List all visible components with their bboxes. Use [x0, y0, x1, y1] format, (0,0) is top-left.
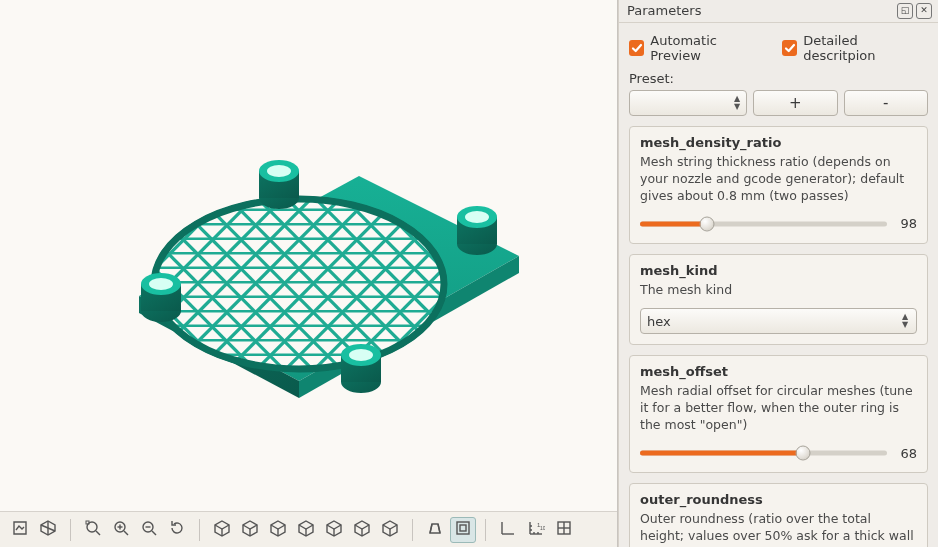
- param-value: 68: [895, 446, 917, 461]
- perspective-button[interactable]: [422, 517, 448, 543]
- preview-icon: [11, 519, 29, 540]
- view-right-icon: [213, 519, 231, 540]
- render-button[interactable]: [35, 517, 61, 543]
- panel-float-button[interactable]: ◱: [897, 3, 913, 19]
- param-slider-mesh_density_ratio[interactable]: [640, 215, 887, 233]
- checkbox-label: Detailed descritpion: [803, 33, 928, 63]
- preview-button[interactable]: [7, 517, 33, 543]
- param-name: mesh_density_ratio: [640, 135, 917, 150]
- view-right-button[interactable]: [209, 517, 235, 543]
- param-description: The mesh kind: [640, 282, 917, 299]
- svg-line-70: [152, 531, 156, 535]
- view-back-icon: [353, 519, 371, 540]
- param-value: 98: [895, 216, 917, 231]
- view-diag-icon: [381, 519, 399, 540]
- view-bottom-button[interactable]: [265, 517, 291, 543]
- svg-line-88: [438, 524, 440, 533]
- scalemarkers-icon: 110: [527, 519, 545, 540]
- panel-title: Parameters: [627, 3, 701, 18]
- orthogonal-button[interactable]: [450, 517, 476, 543]
- scalemarkers-button[interactable]: 110: [523, 517, 549, 543]
- param-name: mesh_offset: [640, 364, 917, 379]
- svg-point-45: [267, 165, 291, 177]
- param-mesh_density_ratio: mesh_density_ratioMesh string thickness …: [629, 126, 928, 244]
- view-back-button[interactable]: [349, 517, 375, 543]
- preset-remove-button[interactable]: -: [844, 90, 929, 116]
- checkbox-detailed-desc[interactable]: Detailed descritpion: [782, 33, 928, 63]
- axes-button[interactable]: [495, 517, 521, 543]
- updown-icon: ▲▼: [731, 93, 743, 113]
- check-icon: [782, 40, 797, 56]
- zoom-out-button[interactable]: [136, 517, 162, 543]
- view-bottom-icon: [269, 519, 287, 540]
- param-mesh_kind: mesh_kindThe mesh kindhex▲▼: [629, 254, 928, 346]
- svg-point-57: [349, 349, 373, 361]
- param-mesh_offset: mesh_offsetMesh radial offset for circul…: [629, 355, 928, 473]
- reset-view-button[interactable]: [164, 517, 190, 543]
- zoom-all-button[interactable]: [80, 517, 106, 543]
- svg-rect-90: [460, 525, 466, 531]
- viewport[interactable]: 110: [0, 0, 618, 547]
- preset-add-button[interactable]: +: [753, 90, 838, 116]
- preset-combo[interactable]: ▲▼: [629, 90, 747, 116]
- model-preview: [89, 86, 529, 426]
- svg-marker-58: [14, 522, 26, 534]
- reset-view-icon: [168, 519, 186, 540]
- svg-text:10: 10: [540, 525, 545, 531]
- updown-icon: ▲▼: [899, 311, 911, 331]
- crosshair-button[interactable]: [551, 517, 577, 543]
- checkbox-auto-preview[interactable]: Automatic Preview: [629, 33, 766, 63]
- param-name: mesh_kind: [640, 263, 917, 278]
- view-front-button[interactable]: [321, 517, 347, 543]
- param-select-value: hex: [647, 314, 671, 329]
- zoom-in-icon: [112, 519, 130, 540]
- view-diag-button[interactable]: [377, 517, 403, 543]
- zoom-all-icon: [84, 519, 102, 540]
- zoom-in-button[interactable]: [108, 517, 134, 543]
- zoom-out-icon: [140, 519, 158, 540]
- view-top-icon: [241, 519, 259, 540]
- svg-rect-89: [457, 522, 469, 534]
- view-left-button[interactable]: [293, 517, 319, 543]
- param-description: Mesh string thickness ratio (depends on …: [640, 154, 917, 205]
- view-front-icon: [325, 519, 343, 540]
- preset-label: Preset:: [629, 71, 928, 86]
- crosshair-icon: [555, 519, 573, 540]
- param-description: Mesh radial offset for circular meshes (…: [640, 383, 917, 434]
- svg-line-87: [430, 524, 432, 533]
- param-slider-mesh_offset[interactable]: [640, 444, 887, 462]
- svg-rect-64: [86, 521, 89, 524]
- check-icon: [629, 40, 644, 56]
- svg-point-49: [465, 211, 489, 223]
- panel-titlebar: Parameters ◱ ✕: [619, 0, 938, 23]
- svg-point-53: [149, 278, 173, 290]
- render-icon: [39, 519, 57, 540]
- view-top-button[interactable]: [237, 517, 263, 543]
- view-toolbar: 110: [0, 511, 617, 547]
- svg-line-66: [124, 531, 128, 535]
- perspective-icon: [426, 519, 444, 540]
- view-left-icon: [297, 519, 315, 540]
- param-select-mesh_kind[interactable]: hex▲▼: [640, 308, 917, 334]
- panel-close-button[interactable]: ✕: [916, 3, 932, 19]
- orthogonal-icon: [454, 519, 472, 540]
- param-name: outer_roundness: [640, 492, 917, 507]
- param-outer_roundness: outer_roundnessOuter roundness (ratio ov…: [629, 483, 928, 547]
- parameters-panel: Parameters ◱ ✕ Automatic Preview Detaile…: [618, 0, 938, 547]
- 3d-canvas[interactable]: [0, 0, 617, 511]
- checkbox-label: Automatic Preview: [650, 33, 766, 63]
- axes-icon: [499, 519, 517, 540]
- svg-line-63: [96, 531, 100, 535]
- param-description: Outer roundness (ratio over the total he…: [640, 511, 917, 547]
